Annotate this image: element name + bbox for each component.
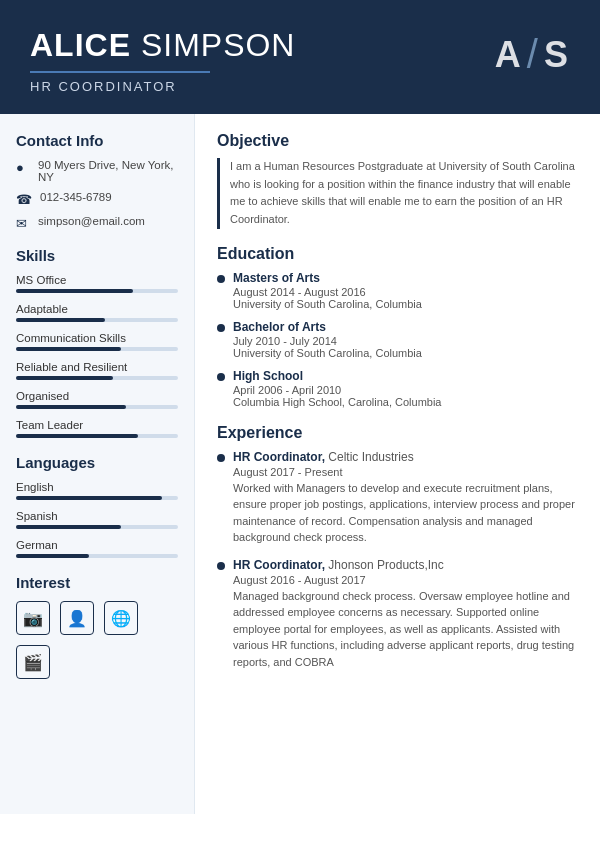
skill-item: Adaptable <box>16 303 178 322</box>
edu-dates: April 2006 - April 2010 <box>233 384 442 396</box>
language-item: Spanish <box>16 510 178 529</box>
exp-dates: August 2016 - August 2017 <box>233 574 580 586</box>
bullet-dot <box>217 562 225 570</box>
exp-company: Jhonson Products,Inc <box>328 558 443 572</box>
skill-label: Reliable and Resilient <box>16 361 178 373</box>
languages-section-title: Languages <box>16 454 178 471</box>
first-name: ALICE <box>30 27 131 63</box>
sidebar: Contact Info ● 90 Myers Drive, New York,… <box>0 114 195 814</box>
bullet-dot <box>217 324 225 332</box>
skill-bar-fill <box>16 376 113 380</box>
phone-icon: ☎ <box>16 192 32 207</box>
bullet-dot <box>217 373 225 381</box>
location-icon: ● <box>16 160 30 175</box>
content: Objective I am a Human Resources Postgra… <box>195 114 600 814</box>
lang-label: English <box>16 481 178 493</box>
skill-bar-fill <box>16 434 138 438</box>
skill-label: MS Office <box>16 274 178 286</box>
phone-text: 012-345-6789 <box>40 191 112 203</box>
exp-body: HR Coordinator, Celtic Industries August… <box>233 450 580 546</box>
edu-school: University of South Carolina, Columbia <box>233 298 422 310</box>
exp-title: HR Coordinator, <box>233 558 325 572</box>
last-name: SIMPSON <box>131 27 295 63</box>
skill-label: Communication Skills <box>16 332 178 344</box>
edu-dates: August 2014 - August 2016 <box>233 286 422 298</box>
edu-body: Masters of Arts August 2014 - August 201… <box>233 271 422 310</box>
initial-s: S <box>544 37 570 73</box>
slash: / <box>527 32 540 77</box>
lang-bar-fill <box>16 496 162 500</box>
objective-section-title: Objective <box>217 132 580 150</box>
skills-list: MS Office Adaptable Communication Skills… <box>16 274 178 438</box>
interest-icons: 📷👤🌐🎬 <box>16 601 178 679</box>
skill-item: Reliable and Resilient <box>16 361 178 380</box>
education-section-title: Education <box>217 245 580 263</box>
edu-degree: Masters of Arts <box>233 271 422 285</box>
experience-section-title: Experience <box>217 424 580 442</box>
edu-dates: July 2010 - July 2014 <box>233 335 422 347</box>
skill-bar-fill <box>16 318 105 322</box>
skill-label: Organised <box>16 390 178 402</box>
experience-item: HR Coordinator, Jhonson Products,Inc Aug… <box>217 558 580 671</box>
skill-item: MS Office <box>16 274 178 293</box>
email-icon: ✉ <box>16 216 30 231</box>
exp-dates: August 2017 - Present <box>233 466 580 478</box>
skill-bar-bg <box>16 289 178 293</box>
lang-bar-bg <box>16 496 178 500</box>
edu-school: University of South Carolina, Columbia <box>233 347 422 359</box>
lang-label: Spanish <box>16 510 178 522</box>
skill-bar-bg <box>16 318 178 322</box>
objective-text: I am a Human Resources Postgraduate at U… <box>217 158 580 228</box>
address-text: 90 Myers Drive, New York, NY <box>38 159 178 183</box>
contact-section-title: Contact Info <box>16 132 178 149</box>
language-item: German <box>16 539 178 558</box>
edu-body: Bachelor of Arts July 2010 - July 2014 U… <box>233 320 422 359</box>
lang-bar-fill <box>16 554 89 558</box>
lang-bar-bg <box>16 554 178 558</box>
video-icon: 🎬 <box>16 645 50 679</box>
exp-title: HR Coordinator, <box>233 450 325 464</box>
person-icon: 👤 <box>60 601 94 635</box>
education-list: Masters of Arts August 2014 - August 201… <box>217 271 580 408</box>
header-name: ALICE SIMPSON <box>30 28 295 63</box>
edu-body: High School April 2006 - April 2010 Colu… <box>233 369 442 408</box>
skill-item: Team Leader <box>16 419 178 438</box>
skill-item: Organised <box>16 390 178 409</box>
interest-section-title: Interest <box>16 574 178 591</box>
lang-bar-fill <box>16 525 121 529</box>
globe-icon: 🌐 <box>104 601 138 635</box>
edu-school: Columbia High School, Carolina, Columbia <box>233 396 442 408</box>
skill-label: Team Leader <box>16 419 178 431</box>
skill-bar-fill <box>16 289 133 293</box>
languages-list: English Spanish German <box>16 481 178 558</box>
exp-description: Worked with Managers to develop and exec… <box>233 480 580 546</box>
exp-title-line: HR Coordinator, Jhonson Products,Inc <box>233 558 580 572</box>
exp-title-line: HR Coordinator, Celtic Industries <box>233 450 580 464</box>
skill-bar-bg <box>16 376 178 380</box>
experience-list: HR Coordinator, Celtic Industries August… <box>217 450 580 671</box>
lang-bar-bg <box>16 525 178 529</box>
email-text: simpson@email.com <box>38 215 145 227</box>
education-item: High School April 2006 - April 2010 Colu… <box>217 369 580 408</box>
header-title: HR COORDINATOR <box>30 71 210 94</box>
education-item: Bachelor of Arts July 2010 - July 2014 U… <box>217 320 580 359</box>
language-item: English <box>16 481 178 500</box>
main-layout: Contact Info ● 90 Myers Drive, New York,… <box>0 114 600 814</box>
contact-address: ● 90 Myers Drive, New York, NY <box>16 159 178 183</box>
skill-bar-bg <box>16 347 178 351</box>
edu-degree: Bachelor of Arts <box>233 320 422 334</box>
skills-section-title: Skills <box>16 247 178 264</box>
bullet-dot <box>217 454 225 462</box>
skill-bar-fill <box>16 405 126 409</box>
skill-label: Adaptable <box>16 303 178 315</box>
bullet-dot <box>217 275 225 283</box>
edu-degree: High School <box>233 369 442 383</box>
lang-label: German <box>16 539 178 551</box>
contact-email: ✉ simpson@email.com <box>16 215 178 231</box>
initial-a: A <box>495 37 523 73</box>
skill-item: Communication Skills <box>16 332 178 351</box>
header-initials: A / S <box>495 32 570 77</box>
education-item: Masters of Arts August 2014 - August 201… <box>217 271 580 310</box>
header-left: ALICE SIMPSON HR COORDINATOR <box>30 28 295 94</box>
exp-body: HR Coordinator, Jhonson Products,Inc Aug… <box>233 558 580 671</box>
